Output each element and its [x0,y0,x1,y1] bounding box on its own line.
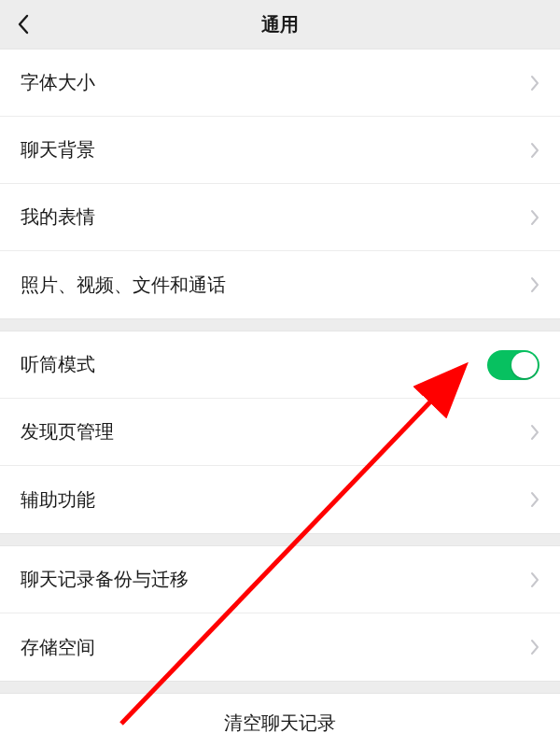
settings-group-2: 听筒模式 发现页管理 辅助功能 [0,331,560,534]
row-label: 辅助功能 [21,487,95,513]
row-label: 聊天背景 [21,137,95,162]
chevron-right-icon [530,142,539,159]
row-chat-background[interactable]: 聊天背景 [0,117,560,184]
chevron-right-icon [530,75,539,92]
row-label: 照片、视频、文件和通话 [21,273,226,298]
header: 通用 [0,0,560,49]
row-earpiece-mode[interactable]: 听筒模式 [0,331,560,399]
row-label: 字体大小 [21,70,95,95]
row-chat-backup-migrate[interactable]: 聊天记录备份与迁移 [0,546,560,613]
chevron-right-icon [530,491,539,508]
row-label: 存储空间 [21,635,95,660]
chevron-right-icon [530,424,539,441]
earpiece-mode-toggle[interactable] [487,350,539,380]
clear-chat-history-label: 清空聊天记录 [224,711,336,736]
back-button[interactable] [17,14,30,35]
settings-group-3: 聊天记录备份与迁移 存储空间 [0,545,560,682]
row-label: 我的表情 [21,204,95,230]
row-media-files-calls[interactable]: 照片、视频、文件和通话 [0,251,560,318]
row-accessibility[interactable]: 辅助功能 [0,466,560,533]
chevron-right-icon [530,571,539,588]
settings-group-1: 字体大小 聊天背景 我的表情 照片、视频、文件和通话 [0,49,560,319]
chevron-right-icon [530,209,539,226]
chevron-right-icon [530,639,539,655]
row-my-stickers[interactable]: 我的表情 [0,184,560,251]
row-storage[interactable]: 存储空间 [0,613,560,681]
clear-chat-history-button[interactable]: 清空聊天记录 [0,693,560,747]
row-label: 发现页管理 [21,419,114,444]
row-font-size[interactable]: 字体大小 [0,49,560,117]
chevron-left-icon [17,14,30,35]
page-title: 通用 [0,12,560,37]
row-discover-management[interactable]: 发现页管理 [0,399,560,466]
spacer [0,682,560,693]
toggle-knob [511,352,538,378]
row-label: 聊天记录备份与迁移 [21,567,189,592]
chevron-right-icon [530,276,539,293]
row-label: 听筒模式 [21,352,95,377]
